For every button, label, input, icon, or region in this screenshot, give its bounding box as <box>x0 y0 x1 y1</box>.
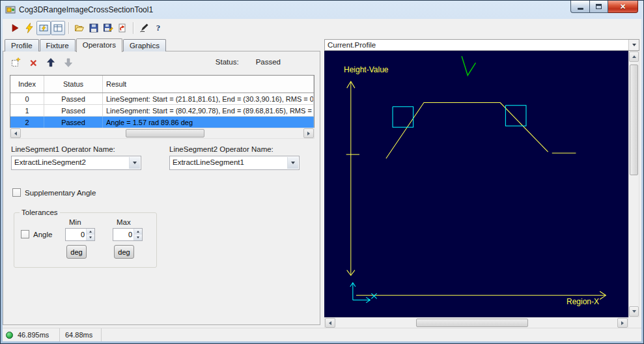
close-button[interactable]: ✕ <box>608 1 638 13</box>
min-input[interactable] <box>66 229 86 240</box>
linesegment1-label: LineSegment1 Operator Name: <box>11 145 169 153</box>
add-operator-button[interactable] <box>8 55 23 70</box>
linesegment2-combo[interactable]: ExtractLineSegment1 <box>169 156 300 170</box>
toolbar-separator <box>68 22 69 34</box>
results-display-button[interactable] <box>51 21 65 35</box>
tab-fixture[interactable]: Fixture <box>40 39 76 51</box>
spin-down-icon[interactable] <box>87 235 94 240</box>
save-button[interactable] <box>87 21 101 35</box>
linesegment1-group: LineSegment1 Operator Name: ExtractLineS… <box>11 145 169 170</box>
segment2-marker <box>505 106 526 126</box>
scroll-left-icon[interactable] <box>325 318 335 328</box>
canvas-vertical-scrollbar[interactable] <box>628 51 639 317</box>
live-display-button[interactable] <box>36 21 51 35</box>
main-toolbar: ? <box>3 19 641 36</box>
y-axis-label: Height-Value <box>344 65 388 74</box>
help-button[interactable]: ? <box>151 21 165 35</box>
scroll-down-icon[interactable] <box>629 306 639 317</box>
status-value: Passed <box>256 58 281 66</box>
linesegment2-label: LineSegment2 Operator Name: <box>169 145 328 153</box>
chevron-down-icon[interactable] <box>628 40 639 50</box>
max-spinner <box>113 228 143 241</box>
result-time-cell: 64.88ms <box>60 328 102 341</box>
window-controls: ✕ <box>570 1 638 13</box>
trigger-button[interactable] <box>22 21 36 35</box>
table-row[interactable]: 0PassedLineSegment: Start = (21.81,81.61… <box>10 93 314 105</box>
chevron-down-icon[interactable] <box>129 157 140 169</box>
scroll-right-icon[interactable] <box>303 128 314 138</box>
scrollbar-corner <box>628 317 639 328</box>
scroll-left-icon[interactable] <box>10 128 21 138</box>
max-input[interactable] <box>113 229 133 240</box>
column-header-index[interactable]: Index <box>10 76 44 93</box>
result-time: 64.88ms <box>65 331 92 339</box>
window-title: Cog3DRangeImageCrossSectionTool1 <box>19 5 153 14</box>
run-time: 46.895ms <box>18 331 49 339</box>
scrollbar-thumb[interactable] <box>416 319 528 327</box>
max-label: Max <box>117 218 131 226</box>
table-row[interactable]: 1PassedLineSegment: Start = (80.42,90.78… <box>10 105 314 117</box>
results-table: IndexStatusResult 0PassedLineSegment: St… <box>10 75 315 129</box>
run-time-cell: 46.895ms <box>3 328 60 341</box>
scroll-right-icon[interactable] <box>617 318 628 328</box>
maximize-button[interactable] <box>590 1 608 13</box>
tab-operators[interactable]: Operators <box>76 38 122 52</box>
move-down-button[interactable] <box>61 55 76 70</box>
status-led-icon <box>6 332 13 339</box>
tab-graphics[interactable]: Graphics <box>123 39 166 51</box>
column-header-status[interactable]: Status <box>44 76 103 93</box>
title-bar[interactable]: Cog3DRangeImageCrossSectionTool1 ✕ <box>1 1 643 19</box>
app-window: Cog3DRangeImageCrossSectionTool1 ✕ <box>0 0 644 344</box>
tab-bar: ProfileFixtureOperatorsGraphics <box>5 38 167 51</box>
run-button[interactable] <box>8 21 22 35</box>
reset-button[interactable] <box>115 21 130 35</box>
linesegment1-combo[interactable]: ExtractLineSegment2 <box>11 156 141 170</box>
signature-button[interactable] <box>137 21 151 35</box>
open-button[interactable] <box>72 21 87 35</box>
min-deg-button[interactable]: deg <box>66 245 87 259</box>
help-icon: ? <box>156 23 161 33</box>
close-icon: ✕ <box>620 3 626 11</box>
column-header-result[interactable]: Result <box>103 76 314 93</box>
status-label: Status: <box>216 58 239 66</box>
tolerances-group: Tolerances Min Max Angle <box>14 212 157 268</box>
operator-toolbar: Status: Passed <box>8 55 315 70</box>
min-spin-buttons <box>86 229 94 240</box>
spin-up-icon[interactable] <box>134 229 142 235</box>
angle-tolerance-row: Angle <box>21 230 52 238</box>
supplementary-angle-row: Supplementary Angle <box>12 188 96 197</box>
profile-plot <box>324 51 628 317</box>
tolerances-legend: Tolerances <box>20 208 60 216</box>
canvas-horizontal-scrollbar[interactable] <box>324 317 628 328</box>
chevron-down-icon[interactable] <box>287 157 298 169</box>
minimize-icon <box>578 8 583 10</box>
tab-profile[interactable]: Profile <box>5 39 39 51</box>
minimize-button[interactable] <box>570 1 590 13</box>
scroll-up-icon[interactable] <box>629 51 639 62</box>
delete-operator-button[interactable] <box>26 55 40 70</box>
profile-main <box>386 103 548 159</box>
linesegment2-value: ExtractLineSegment1 <box>173 158 244 166</box>
angle-checkbox[interactable] <box>21 230 29 238</box>
graphics-selector-value: Current.Profile <box>328 41 376 49</box>
table-row[interactable]: 2PassedAngle = 1.57 rad 89.86 deg <box>10 117 314 128</box>
client-area: ? ProfileFixtureOperatorsGraphics <box>3 19 641 341</box>
scrollbar-thumb[interactable] <box>126 129 204 137</box>
spin-down-icon[interactable] <box>134 235 142 240</box>
supplementary-angle-checkbox[interactable] <box>12 188 21 197</box>
max-deg-button[interactable]: deg <box>114 245 134 259</box>
results-table-body: 0PassedLineSegment: Start = (21.81,81.61… <box>10 93 314 128</box>
scrollbar-thumb[interactable] <box>630 64 638 175</box>
operator-name-row: LineSegment1 Operator Name: ExtractLineS… <box>11 145 328 170</box>
min-label: Min <box>69 218 81 226</box>
save-as-button[interactable] <box>101 21 115 35</box>
profile-canvas[interactable]: Height-Value Region-X <box>324 51 628 317</box>
results-table-header: IndexStatusResult <box>10 76 314 93</box>
status-bar: 46.895ms 64.88ms <box>3 328 641 341</box>
spin-up-icon[interactable] <box>87 229 94 235</box>
move-up-button[interactable] <box>44 55 58 70</box>
table-horizontal-scrollbar[interactable] <box>10 128 315 139</box>
angle-label: Angle <box>33 231 52 238</box>
angle-cursor <box>462 56 475 76</box>
graphics-selector[interactable]: Current.Profile <box>324 39 639 51</box>
